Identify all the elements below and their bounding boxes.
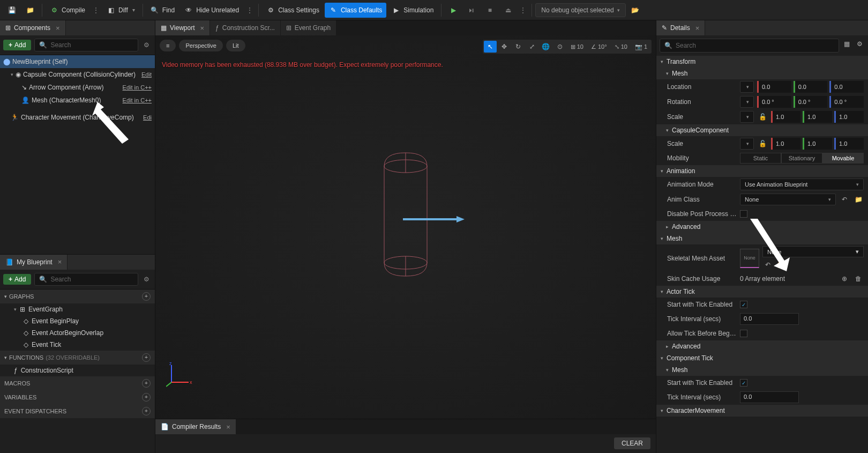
tick-interval-input[interactable]: 0.0 xyxy=(740,313,799,325)
mobility-movable[interactable]: Movable xyxy=(822,153,864,164)
location-mode-dropdown[interactable]: ▾ xyxy=(740,81,754,93)
add-element-button[interactable]: ⊕ xyxy=(839,273,850,284)
hide-unrelated-button[interactable]: 👁Hide Unrelated xyxy=(180,3,243,18)
scale-mode-dropdown[interactable]: ▾ xyxy=(740,111,754,123)
find-button[interactable]: 🔍Find xyxy=(146,3,179,18)
browse-button[interactable]: 📁 xyxy=(21,3,39,18)
component-arrow[interactable]: ↘ Arrow Component (Arrow) Edit in C++ xyxy=(0,81,155,94)
simulation-button[interactable]: ▶Simulation xyxy=(387,3,438,18)
details-search[interactable]: 🔍Search xyxy=(660,39,839,53)
section-component-tick[interactable]: ▾Component Tick xyxy=(656,352,868,364)
component-mesh[interactable]: 👤 Mesh (CharacterMesh0) Edit in C++ xyxy=(0,94,155,107)
add-function-button[interactable]: + xyxy=(142,353,151,362)
location-z[interactable]: 0.0 xyxy=(829,81,864,93)
lit-button[interactable]: Lit xyxy=(226,40,245,51)
scale-x[interactable]: 1.0 xyxy=(771,111,800,123)
hide-options-button[interactable]: ⋮ xyxy=(244,6,255,14)
rotation-z[interactable]: 0.0 ° xyxy=(829,96,864,108)
scale-snap-button[interactable]: ⤡10 xyxy=(611,41,631,53)
add-variable-button[interactable]: + xyxy=(142,393,151,402)
anim-mode-dropdown[interactable]: Use Animation Blueprint▾ xyxy=(740,179,864,190)
select-tool[interactable]: ↖ xyxy=(484,41,497,53)
viewport-menu-button[interactable]: ≡ xyxy=(160,40,176,51)
step-button[interactable]: ⏯ xyxy=(463,3,480,18)
mobility-stationary[interactable]: Stationary xyxy=(781,153,822,164)
dispatchers-section[interactable]: Event Dispatchers+ xyxy=(0,404,155,418)
add-graph-button[interactable]: + xyxy=(142,292,151,301)
close-icon[interactable]: × xyxy=(226,423,230,431)
capsule-scale-y[interactable]: 1.0 xyxy=(803,138,832,150)
edit-link[interactable]: Edit in C++ xyxy=(123,97,152,103)
section-mesh-3[interactable]: ▾Mesh xyxy=(656,364,868,376)
class-defaults-button[interactable]: ✎Class Defaults xyxy=(325,3,386,18)
event-beginplay-item[interactable]: ◇Event BeginPlay xyxy=(0,315,155,327)
stop-button[interactable]: ■ xyxy=(481,3,498,18)
section-advanced-2[interactable]: ▸Advanced xyxy=(656,340,868,352)
section-advanced-1[interactable]: ▸Advanced xyxy=(656,221,868,233)
lock-scale-button-2[interactable]: 🔓 xyxy=(757,138,768,149)
myblueprint-settings-button[interactable]: ⚙ xyxy=(141,276,152,283)
component-root[interactable]: ⬤ NewBlueprint (Self) xyxy=(0,55,155,68)
save-button[interactable]: 💾 xyxy=(3,3,20,18)
capsule-scale-z[interactable]: 1.0 xyxy=(834,138,864,150)
rotate-tool[interactable]: ↻ xyxy=(512,41,525,53)
section-transform[interactable]: ▾Transform xyxy=(656,56,868,68)
component-movement[interactable]: 🏃 Character Movement (CharMoveComp) Edi xyxy=(0,111,155,124)
debug-find-button[interactable]: 📂 xyxy=(627,3,644,18)
tab-construction[interactable]: ƒConstruction Scr... xyxy=(210,20,281,35)
scale-z[interactable]: 1.0 xyxy=(834,111,864,123)
class-settings-button[interactable]: ⚙Class Settings xyxy=(262,3,324,18)
debug-object-selector[interactable]: No debug object selected▾ xyxy=(535,3,625,17)
diff-button[interactable]: ◧Diff▾ xyxy=(102,3,139,18)
rotation-x[interactable]: 0.0 ° xyxy=(757,96,791,108)
event-overlap-item[interactable]: ◇Event ActorBeginOverlap xyxy=(0,327,155,339)
world-local-toggle[interactable]: 🌐 xyxy=(540,41,552,53)
compile-options-button[interactable]: ⋮ xyxy=(91,6,101,14)
viewport[interactable]: ≡ Perspective Lit ↖ ✥ ↻ ⤢ 🌐 ⊙ ⊞10 ∠10° ⤡… xyxy=(155,35,656,419)
macros-section[interactable]: Macros+ xyxy=(0,376,155,390)
details-tab[interactable]: ✎Details× xyxy=(656,20,705,35)
start-tick-checkbox[interactable] xyxy=(740,301,747,308)
edit-link[interactable]: Edit in C++ xyxy=(123,84,152,91)
disable-pp-checkbox[interactable] xyxy=(740,210,747,218)
section-capsule[interactable]: ▾CapsuleComponent xyxy=(656,124,868,136)
details-grid-button[interactable]: ▦ xyxy=(841,39,852,49)
variables-section[interactable]: Variables+ xyxy=(0,390,155,404)
close-icon[interactable]: × xyxy=(200,24,204,32)
add-component-button[interactable]: +Add xyxy=(3,40,31,50)
allow-tick-checkbox[interactable] xyxy=(740,330,747,337)
rotation-mode-dropdown[interactable]: ▾ xyxy=(740,96,754,108)
components-search[interactable]: 🔍Search xyxy=(34,39,138,51)
myblueprint-tab[interactable]: 📘 My Blueprint × xyxy=(0,255,68,270)
components-settings-button[interactable]: ⚙ xyxy=(141,41,152,49)
grid-snap-button[interactable]: ⊞10 xyxy=(567,41,587,53)
anim-class-dropdown[interactable]: None▾ xyxy=(740,194,836,205)
details-settings-button[interactable]: ⚙ xyxy=(854,39,865,49)
section-char-move[interactable]: ▾CharacterMovement xyxy=(656,405,868,417)
use-selected-mesh-button[interactable]: ↶ xyxy=(762,259,773,270)
components-tab[interactable]: ⊞ Components × xyxy=(0,20,66,35)
use-selected-button[interactable]: ↶ xyxy=(839,194,850,205)
section-animation[interactable]: ▾Animation xyxy=(656,165,868,177)
functions-section[interactable]: ▾Functions (32 OVERRIDABLE)+ xyxy=(0,351,155,365)
location-x[interactable]: 0.0 xyxy=(757,81,791,93)
scale-y[interactable]: 1.0 xyxy=(803,111,832,123)
capsule-scale-x[interactable]: 1.0 xyxy=(771,138,800,150)
component-capsule[interactable]: ▾ ◉ Capsule Component (CollisionCylinder… xyxy=(0,68,155,81)
surface-snap-button[interactable]: ⊙ xyxy=(553,41,566,53)
edit-link[interactable]: Edi xyxy=(143,114,152,121)
tab-eventgraph[interactable]: ⊞Event Graph xyxy=(281,20,336,35)
event-graph-item[interactable]: ▾⊞EventGraph xyxy=(0,303,155,315)
clear-array-button[interactable]: 🗑 xyxy=(853,273,864,284)
start-tick-checkbox-2[interactable] xyxy=(740,379,747,387)
compiler-results-tab[interactable]: 📄Compiler Results× xyxy=(155,419,236,434)
add-dispatcher-button[interactable]: + xyxy=(142,407,151,415)
close-icon[interactable]: × xyxy=(56,24,60,32)
construction-script-item[interactable]: ƒConstructionScript xyxy=(0,365,155,376)
section-mesh[interactable]: ▾Mesh xyxy=(656,68,868,79)
edit-link[interactable]: Edit xyxy=(141,71,152,78)
section-mesh-2[interactable]: ▾Mesh xyxy=(656,233,868,244)
play-options-button[interactable]: ⋮ xyxy=(518,6,528,14)
myblueprint-search[interactable]: 🔍Search xyxy=(34,273,138,286)
close-icon[interactable]: × xyxy=(695,24,700,32)
